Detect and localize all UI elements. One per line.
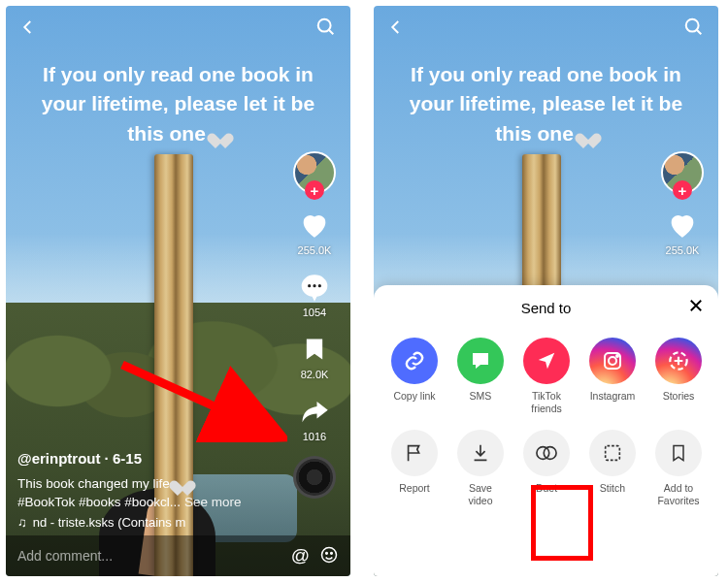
comment-placeholder: Add comment... <box>17 548 113 564</box>
svg-point-6 <box>326 552 328 554</box>
svg-point-15 <box>544 447 556 460</box>
share-stories[interactable]: Stories <box>655 338 702 414</box>
duet-icon <box>523 430 570 476</box>
svg-point-7 <box>331 552 333 554</box>
action-report[interactable]: Report <box>391 430 438 506</box>
video-text-overlay: If you only read one book in your lifeti… <box>393 60 699 148</box>
like-count: 255.0K <box>298 244 332 256</box>
search-icon[interactable] <box>683 16 705 38</box>
stitch-icon <box>589 430 636 476</box>
like-count: 255.0K <box>666 244 700 256</box>
follow-plus-icon[interactable]: + <box>673 180 692 200</box>
stories-icon <box>655 338 702 384</box>
link-icon <box>391 338 438 384</box>
send-icon <box>523 338 570 384</box>
share-sms[interactable]: SMS <box>457 338 504 414</box>
music-note-icon: ♫ <box>17 515 27 530</box>
svg-point-12 <box>616 355 618 357</box>
bookmark-icon <box>297 332 332 367</box>
phone-screenshot-share-sheet: If you only read one book in your lifeti… <box>374 6 718 576</box>
share-instagram[interactable]: Instagram <box>589 338 636 414</box>
music-line[interactable]: ♫ nd - triste.ksks (Contains m <box>17 515 273 530</box>
creator-avatar[interactable]: + <box>293 151 336 194</box>
back-icon[interactable] <box>19 18 37 36</box>
heart-icon <box>665 208 700 242</box>
action-add-favorites[interactable]: Add to Favorites <box>655 430 702 506</box>
comment-button[interactable]: 1054 <box>297 270 332 318</box>
username-date[interactable]: @erinptrout · 6-15 <box>17 450 273 467</box>
action-save-video[interactable]: Save video <box>457 430 504 506</box>
bookmark-icon <box>655 430 702 476</box>
hashtags[interactable]: #BookTok #books #bookcl... See more <box>17 495 273 509</box>
sound-disc[interactable] <box>293 456 336 499</box>
heart-icon <box>297 208 332 242</box>
bookmark-count: 82.0K <box>301 369 329 380</box>
back-icon[interactable] <box>387 18 405 36</box>
share-sheet-title: Send to <box>521 300 572 316</box>
svg-point-14 <box>537 447 549 460</box>
heart-icon <box>579 127 597 143</box>
like-button[interactable]: 255.0K <box>665 208 700 256</box>
phone-screenshot-feed: If you only read one book in your lifeti… <box>6 6 350 576</box>
svg-point-4 <box>318 284 321 287</box>
svg-point-0 <box>318 19 331 32</box>
share-icon <box>297 394 332 429</box>
share-button[interactable]: 1016 <box>297 394 332 442</box>
sms-icon <box>457 338 504 384</box>
share-targets-row: Copy link SMS TikTok friends Instagram S… <box>374 330 718 420</box>
emoji-icon[interactable] <box>319 545 339 567</box>
instagram-icon <box>589 338 636 384</box>
annotation-highlight-duet <box>531 485 593 561</box>
heart-icon <box>174 474 191 490</box>
svg-point-11 <box>609 357 616 365</box>
comment-count: 1054 <box>303 307 326 318</box>
video-text-overlay: If you only read one book in your lifeti… <box>25 60 331 148</box>
svg-rect-16 <box>606 446 620 461</box>
see-more[interactable]: See more <box>184 495 242 509</box>
share-tiktok-friends[interactable]: TikTok friends <box>523 338 570 414</box>
share-sheet: Send to Copy link SMS TikTok friends Ins… <box>374 285 718 576</box>
svg-point-3 <box>313 284 315 287</box>
follow-plus-icon[interactable]: + <box>305 180 324 200</box>
comment-input-bar[interactable]: Add comment... @ <box>6 535 350 576</box>
svg-point-5 <box>322 547 337 562</box>
search-icon[interactable] <box>315 16 337 38</box>
share-copy-link[interactable]: Copy link <box>391 338 438 414</box>
heart-icon <box>212 127 229 143</box>
creator-avatar[interactable]: + <box>661 151 704 194</box>
share-count: 1016 <box>303 431 326 442</box>
download-icon <box>457 430 504 476</box>
caption[interactable]: This book changed my life <box>17 474 273 491</box>
action-stitch[interactable]: Stitch <box>589 430 636 506</box>
comment-icon <box>297 270 332 305</box>
bookmark-button[interactable]: 82.0K <box>297 332 332 380</box>
svg-point-2 <box>308 284 311 287</box>
flag-icon <box>391 430 438 476</box>
like-button[interactable]: 255.0K <box>297 208 332 256</box>
svg-point-9 <box>686 19 699 32</box>
mention-icon[interactable]: @ <box>291 545 310 566</box>
close-icon[interactable] <box>687 297 705 317</box>
